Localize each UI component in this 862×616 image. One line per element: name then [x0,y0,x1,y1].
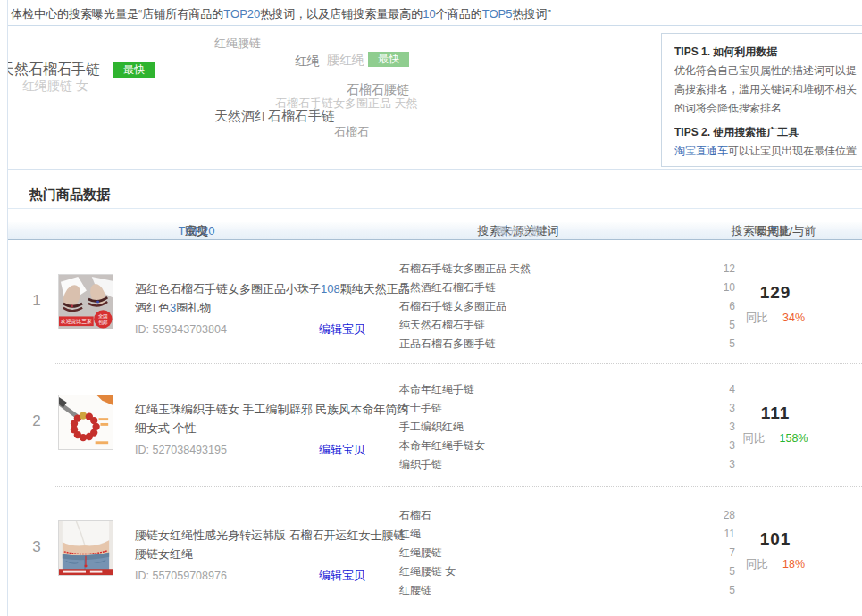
product-title: 红绳玉珠编织手链女 手工编制辟邪 民族风本命年简约细女式 个性 [135,400,414,437]
yoy-value: 158% [780,432,808,445]
keyword-text: 石榴石 [399,506,431,525]
keyword-text: 女士手链 [399,399,442,418]
keyword-text: 本命年红绳手链女 [399,437,485,455]
table-row: 3 [8,487,862,616]
product-info: 腰链女红绳性感光身转运韩版 石榴石开运红女士腰链 腰链女红绳 ID: 55705… [135,526,414,584]
keyword-list: 石榴石28 红绳11 红绳腰链7 红绳腰链 女5 红腰链5 [399,506,735,600]
product-thumbnail[interactable] [58,395,113,450]
garnet-bracelet-photo: 欢迎货比三家 全国 包邮 [59,275,113,329]
keyword-count: 12 [724,260,735,279]
tips-1-title: TIPS 1. 如何利用数据 [674,43,859,62]
keyword-count: 5 [729,335,735,354]
table-row: 2 [8,364,862,487]
keyword-row: 红绳腰链 女5 [399,562,735,581]
tips-2-title: TIPS 2. 使用搜索推广工具 [674,123,859,142]
edit-product-link[interactable]: 编辑宝贝 [319,442,365,458]
yoy-label: 同比 [743,432,766,445]
tips-box: TIPS 1. 如何利用数据 优化符合自己宝贝属性的描述词可以提高搜索排名，滥用… [661,33,862,167]
keyword-row: 石榴石手链女多圈正品 天然12 [399,260,735,279]
keyword-text: 红绳 [399,525,421,544]
intro-note: 体检中心的搜索曝光量是“店铺所有商品的TOP20热搜词，以及店铺搜索量最高的10… [11,6,551,22]
red-rope-bracelet-photo [59,395,113,449]
keyword-text: 编织手链 [399,455,442,474]
keyword-row: 红腰链5 [399,581,735,600]
yoy-value: 34% [782,312,805,324]
keyword-text: 正品石榴石多圈手链 [399,335,496,354]
product-id: ID: 559343703804 [135,323,227,336]
keyword-text: 红腰链 [399,581,431,600]
yoy-label: 同比 [746,558,768,570]
product-info: 酒红色石榴石手链女多圈正品小珠子108颗纯天然正品酒红色3圈礼物 ID: 559… [135,279,414,337]
free-shipping-badge-line2: 包邮 [98,320,108,326]
edit-product-link[interactable]: 编辑宝贝 [319,321,365,337]
rank-number: 3 [28,538,46,556]
intro-text: 热搜词” [512,7,550,21]
search-diagnosis-page: 体检中心的搜索曝光量是“店铺所有商品的TOP20热搜词，以及店铺搜索量最高的10… [0,0,862,616]
promo-banner-text: 欢迎货比三家 [61,318,92,325]
edit-product-link[interactable]: 编辑宝贝 [319,568,365,584]
intro-ten-highlight: 10 [423,7,435,21]
fastest-rising-badge: 最快 [113,62,155,78]
free-shipping-badge-line1: 全国 [98,313,108,319]
intro-text: 热搜词，以及店铺搜索量最高的 [260,7,423,21]
exposure-count: 111 [710,404,841,423]
product-info: 红绳玉珠编织手链女 手工编制辟邪 民族风本命年简约细女式 个性 ID: 5270… [135,400,414,458]
keyword-count: 4 [729,380,735,399]
exposure-stats: 111 同比158% [710,404,841,446]
keyword-list: 石榴石手链女多圈正品 天然12 天然酒红石榴石手链10 石榴石手链女多圈正品6 … [399,260,735,354]
product-title: 酒红色石榴石手链女多圈正品小珠子108颗纯天然正品酒红色3圈礼物 [135,279,414,317]
keyword-row: 女士手链3 [399,399,735,418]
keyword-row: 纯天然石榴石手链5 [399,316,735,335]
cloud-keyword-tag: 红绳腰链 女 [22,79,88,95]
cloud-keyword-tag: 红绳腰链 [214,36,261,52]
keyword-count: 5 [729,581,735,600]
product-table-body: 1 欢迎货比三家 全国 [8,241,862,616]
keyword-row: 石榴石28 [399,506,735,525]
keyword-count: 3 [729,455,735,474]
intro-top20-highlight: TOP20 [223,7,260,21]
yoy-value: 18% [782,558,805,570]
keyword-row: 石榴石手链女多圈正品6 [399,297,735,316]
product-id: ID: 557059708976 [135,570,227,582]
keyword-text: 纯天然石榴石手链 [399,316,485,335]
keyword-row: 天然酒红石榴石手链10 [399,279,735,297]
keyword-row: 手工编织红绳3 [399,418,735,437]
keyword-text: 手工编织红绳 [399,418,464,437]
cloud-keyword-tag: 腰红绳 [327,53,364,69]
tips-2-body: 可以让宝贝出现在最佳位置 [728,145,857,157]
rank-number: 2 [28,412,46,430]
keyword-row: 本命年红绳手链4 [399,380,735,399]
ztc-promo-link[interactable]: 淘宝直通车 [674,145,728,157]
keyword-list: 本命年红绳手链4 女士手链3 手工编织红绳3 本命年红绳手链女3 编织手链3 [399,380,735,474]
section-title: 热门商品数据 [29,187,110,204]
keyword-text: 石榴石手链女多圈正品 [399,297,506,316]
keyword-row: 红绳腰链7 [399,544,735,562]
rank-number: 1 [28,292,46,310]
keyword-text: 红绳腰链 [399,544,442,562]
keyword-text: 天然酒红石榴石手链 [399,279,496,297]
product-id: ID: 527038493195 [135,444,227,456]
fastest-rising-badge: 最快 [368,52,409,67]
section-divider [8,208,862,209]
tips-1-body: 优化符合自己宝贝属性的描述词可以提高搜索排名，滥用关键词和堆砌不相关的词将会降低… [674,62,859,118]
product-thumbnail[interactable] [58,520,113,576]
cloud-keyword-tag: 天然石榴石手链 [8,61,100,79]
cloud-keyword-tag: 石榴石 [334,124,369,140]
yoy-label: 同比 [746,312,768,324]
exposure-count: 129 [710,283,841,303]
table-row: 1 欢迎货比三家 全国 [8,241,862,364]
product-thumbnail[interactable]: 欢迎货比三家 全国 包邮 [58,274,113,329]
exposure-stats: 129 同比34% [710,283,841,326]
keyword-row: 编织手链3 [399,455,735,474]
keyword-row: 正品石榴石多圈手链5 [399,335,735,354]
product-title: 腰链女红绳性感光身转运韩版 石榴石开运红女士腰链 腰链女红绳 [135,526,414,563]
keyword-text: 石榴石手链女多圈正品 天然 [399,260,531,279]
waist-chain-photo [59,521,113,575]
exposure-count: 101 [710,529,841,549]
keyword-cloud-panel: 红绳腰链 红绳 腰红绳 最快 天然石榴石手链 最快 红绳腰链 女 石榴石腰链 石… [8,25,862,170]
intro-text: 个商品的 [436,7,482,21]
keyword-row: 本命年红绳手链女3 [399,437,735,455]
cloud-keyword-tag: 红绳 [295,54,320,70]
keyword-row: 红绳11 [399,525,735,544]
exposure-stats: 101 同比18% [710,529,841,572]
